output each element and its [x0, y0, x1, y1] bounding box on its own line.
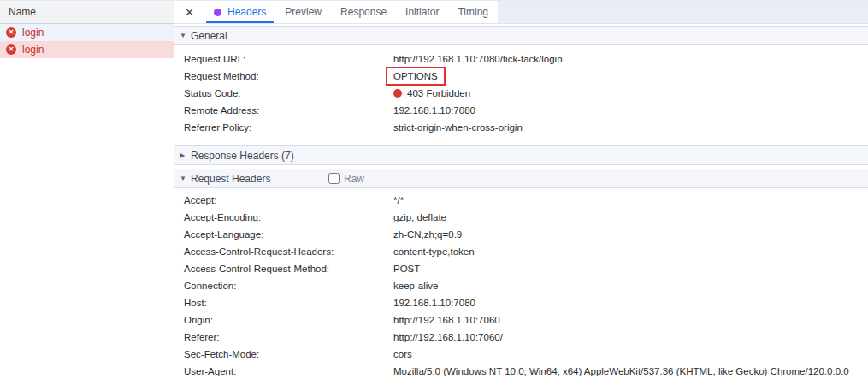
header-row: Referrer Policy: strict-origin-when-cros…: [174, 119, 868, 136]
request-name: login: [22, 44, 44, 56]
header-value: http://192.168.1.10:7060/: [393, 329, 868, 346]
header-value-text: cors: [393, 349, 412, 359]
header-name: Referer:: [184, 329, 393, 346]
general-section-title: General: [191, 30, 227, 42]
header-row: Accept-Encoding: gzip, deflate: [174, 209, 868, 226]
raw-label: Raw: [344, 173, 364, 185]
general-section-header[interactable]: ▼ General: [174, 26, 868, 45]
tab-label: Initiator: [405, 6, 439, 18]
header-value: POST: [393, 260, 868, 277]
name-column-label: Name: [9, 6, 36, 18]
header-value-text: 403 Forbidden: [407, 88, 470, 98]
tabbar-filler: [498, 1, 868, 23]
header-name: Remote Address:: [184, 102, 393, 119]
header-value-text: strict-origin-when-cross-origin: [393, 122, 523, 133]
request-list-item[interactable]: ✕ login: [0, 41, 174, 58]
header-value-text: http://192.168.1.10:7080/tick-tack/login: [393, 54, 563, 64]
status-error-dot-icon: [393, 89, 402, 98]
raw-checkbox[interactable]: [328, 173, 340, 184]
triangle-expanded-icon: ▼: [180, 32, 191, 39]
header-value: Mozilla/5.0 (Windows NT 10.0; Win64; x64…: [393, 363, 868, 385]
name-column-header[interactable]: Name: [0, 1, 174, 24]
header-name: Referrer Policy:: [184, 119, 393, 136]
header-name: Request URL:: [184, 50, 393, 68]
header-value-text: Mozilla/5.0 (Windows NT 10.0; Win64; x64…: [393, 366, 849, 385]
header-row: Connection: keep-alive: [174, 277, 868, 294]
header-value-text: 192.168.1.10:7080: [393, 105, 475, 116]
request-headers-section-header[interactable]: ▼ Request Headers Raw: [174, 169, 868, 188]
header-value: 403 Forbidden: [393, 85, 868, 102]
tab-label: Timing: [458, 6, 488, 18]
header-name: Status Code:: [184, 85, 393, 102]
tab-label: Response: [340, 6, 387, 18]
tab-preview[interactable]: Preview: [275, 1, 331, 23]
tab-strip: Headers Preview Response Initiator Timin…: [204, 1, 498, 23]
header-value-text: gzip, deflate: [393, 212, 446, 222]
header-name: Accept-Encoding:: [184, 209, 393, 226]
request-detail-pane: ✕ Headers Preview Response Initiator Tim…: [174, 1, 868, 385]
header-value: strict-origin-when-cross-origin: [393, 119, 868, 136]
detail-tabbar: ✕ Headers Preview Response Initiator Tim…: [174, 1, 868, 24]
annotated-value: OPTIONS: [387, 68, 444, 84]
header-value-text: http://192.168.1.10:7060/: [393, 332, 503, 342]
general-rows: Request URL: http://192.168.1.10:7080/ti…: [174, 45, 868, 145]
header-value: http://192.168.1.10:7080/tick-tack/login: [393, 50, 868, 68]
header-row: Access-Control-Request-Headers: content-…: [174, 243, 868, 260]
close-detail-button[interactable]: ✕: [174, 1, 204, 23]
header-value: cors: [393, 346, 868, 363]
header-value-text: 192.168.1.10:7080: [393, 298, 475, 308]
tab-timing[interactable]: Timing: [448, 1, 498, 23]
header-name: Access-Control-Request-Headers:: [184, 243, 393, 260]
header-row: User-Agent: Mozilla/5.0 (Windows NT 10.0…: [174, 363, 868, 385]
header-name: Host:: [184, 294, 393, 311]
recording-dot-icon: [214, 9, 221, 16]
header-value: zh-CN,zh;q=0.9: [393, 226, 868, 243]
request-headers-title: Request Headers: [191, 173, 270, 185]
header-value-text: */*: [393, 195, 404, 205]
response-headers-title: Response Headers (7): [191, 150, 294, 162]
header-value: 192.168.1.10:7080: [393, 102, 868, 119]
header-value: gzip, deflate: [393, 209, 868, 226]
header-value-text: http://192.168.1.10:7060: [393, 315, 500, 325]
header-value: keep-alive: [393, 277, 868, 294]
header-value-text: zh-CN,zh;q=0.9: [393, 229, 462, 240]
header-row: Request Method: OPTIONS: [174, 68, 868, 85]
header-value: OPTIONS: [393, 68, 868, 85]
request-list-item[interactable]: ✕ login: [0, 24, 174, 41]
header-value-text: POST: [393, 264, 420, 274]
close-icon: ✕: [185, 6, 194, 19]
header-name: Request Method:: [184, 68, 393, 85]
header-name: Sec-Fetch-Mode:: [184, 346, 393, 363]
header-value-text: keep-alive: [393, 281, 438, 291]
request-name: login: [22, 27, 44, 38]
header-row: Origin: http://192.168.1.10:7060: [174, 311, 868, 329]
header-row: Accept: */*: [174, 192, 868, 209]
request-list: ✕ login ✕ login: [0, 24, 174, 58]
header-row: Request URL: http://192.168.1.10:7080/ti…: [174, 50, 868, 68]
triangle-collapsed-icon: ▶: [180, 151, 191, 159]
header-name: Accept:: [184, 192, 393, 209]
header-row: Referer: http://192.168.1.10:7060/: [174, 329, 868, 346]
triangle-expanded-icon: ▼: [180, 175, 191, 182]
tab-initiator[interactable]: Initiator: [396, 1, 448, 23]
header-row: Accept-Language: zh-CN,zh;q=0.9: [174, 226, 868, 243]
header-name: Connection:: [184, 277, 393, 294]
error-status-icon: ✕: [6, 27, 16, 38]
header-value: http://192.168.1.10:7060: [393, 311, 868, 329]
header-value: content-type,token: [393, 243, 868, 260]
tab-response[interactable]: Response: [331, 1, 396, 23]
response-headers-section-header[interactable]: ▶ Response Headers (7): [174, 145, 868, 165]
tab-label: Headers: [227, 6, 266, 18]
header-row: Remote Address: 192.168.1.10:7080: [174, 102, 868, 119]
header-value: */*: [393, 192, 868, 209]
tab-label: Preview: [285, 6, 322, 18]
header-row: Status Code: 403 Forbidden: [174, 85, 868, 102]
header-name: Origin:: [184, 311, 393, 329]
request-headers-rows: Accept: */* Accept-Encoding: gzip, defla…: [174, 188, 868, 385]
header-value: 192.168.1.10:7080: [393, 294, 868, 311]
raw-toggle[interactable]: Raw: [328, 169, 364, 187]
header-row: Access-Control-Request-Method: POST: [174, 260, 868, 277]
tab-headers[interactable]: Headers: [204, 1, 275, 23]
header-name: User-Agent:: [184, 363, 393, 380]
requests-sidebar: Name ✕ login ✕ login: [0, 1, 174, 385]
